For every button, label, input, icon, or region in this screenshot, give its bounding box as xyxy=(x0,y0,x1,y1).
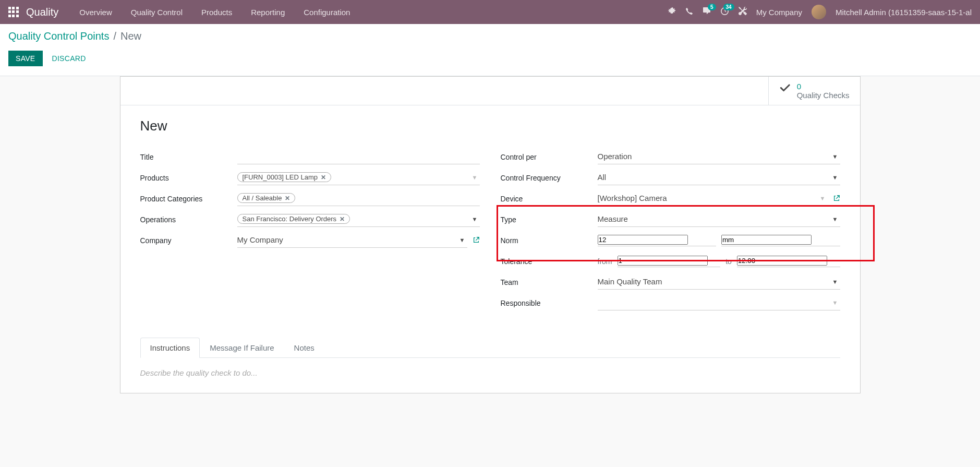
device-field[interactable]: [Workshop] Camera ▼ xyxy=(598,191,828,206)
bug-icon[interactable] xyxy=(668,7,676,17)
main-menu: Overview Quality Control Products Report… xyxy=(79,8,667,17)
label-responsible: Responsible xyxy=(501,299,598,307)
norm-value-field[interactable] xyxy=(598,235,717,246)
label-company: Company xyxy=(140,236,237,245)
label-control-per: Control per xyxy=(501,153,598,161)
tools-icon[interactable] xyxy=(739,7,747,17)
control-panel: Quality Control Points / New SAVE DISCAR… xyxy=(0,24,980,76)
label-control-frequency: Control Frequency xyxy=(501,174,598,182)
tolerance-from-field[interactable] xyxy=(618,256,721,267)
norm-value-input[interactable] xyxy=(598,235,688,245)
tolerance-to-label: to xyxy=(725,257,732,266)
activities-badge: 34 xyxy=(723,4,734,10)
product-categories-field[interactable]: All / Saleable ✕ xyxy=(237,191,480,206)
messages-icon[interactable]: 5 xyxy=(703,7,711,17)
tolerance-to-field[interactable] xyxy=(737,256,840,267)
label-type: Type xyxy=(501,215,598,224)
tab-notes[interactable]: Notes xyxy=(284,338,324,358)
tabs: Instructions Message If Failure Notes xyxy=(140,338,840,358)
operation-tag: San Francisco: Delivery Orders ✕ xyxy=(237,214,350,224)
user-menu[interactable]: Mitchell Admin (16151359-saas-15-1-al xyxy=(836,8,972,17)
company-external-link-icon[interactable] xyxy=(473,236,480,245)
instructions-placeholder: Describe the quality check to do... xyxy=(140,368,258,377)
remove-product-tag[interactable]: ✕ xyxy=(321,174,326,181)
operations-field[interactable]: San Francisco: Delivery Orders ✕ ▼ xyxy=(237,212,480,227)
control-frequency-dropdown-caret[interactable]: ▼ xyxy=(832,174,838,181)
stat-value: 0 xyxy=(797,82,850,91)
label-tolerance: Tolerance xyxy=(501,257,598,266)
messages-badge: 5 xyxy=(708,4,716,10)
norm-unit-input[interactable] xyxy=(721,235,812,245)
products-field[interactable]: [FURN_0003] LED Lamp ✕ ▼ xyxy=(237,171,480,185)
label-device: Device xyxy=(501,195,598,203)
operations-dropdown-caret[interactable]: ▼ xyxy=(472,216,478,222)
control-frequency-field[interactable]: All ▼ xyxy=(598,171,840,185)
tab-content-instructions[interactable]: Describe the quality check to do... xyxy=(140,358,840,388)
breadcrumb-separator: / xyxy=(113,30,116,42)
type-dropdown-caret[interactable]: ▼ xyxy=(832,216,838,222)
breadcrumb: Quality Control Points / New xyxy=(8,30,972,42)
stat-button-box: 0 Quality Checks xyxy=(120,77,860,105)
responsible-field[interactable]: ▼ xyxy=(598,296,840,310)
menu-overview[interactable]: Overview xyxy=(79,8,112,17)
tab-instructions[interactable]: Instructions xyxy=(140,338,200,358)
tolerance-from-label: from xyxy=(598,257,612,266)
remove-category-tag[interactable]: ✕ xyxy=(285,195,290,202)
control-per-dropdown-caret[interactable]: ▼ xyxy=(832,153,838,160)
device-dropdown-caret[interactable]: ▼ xyxy=(820,195,826,201)
team-field[interactable]: Main Quality Team ▼ xyxy=(598,275,840,290)
category-tag: All / Saleable ✕ xyxy=(237,193,296,203)
menu-configuration[interactable]: Configuration xyxy=(304,8,350,17)
tab-message-if-failure[interactable]: Message If Failure xyxy=(200,338,284,358)
discard-button[interactable]: DISCARD xyxy=(45,51,93,66)
user-avatar[interactable] xyxy=(812,5,826,19)
norm-unit-field[interactable] xyxy=(721,235,840,246)
label-product-categories: Product Categories xyxy=(140,195,237,203)
products-dropdown-caret[interactable]: ▼ xyxy=(472,174,478,181)
label-team: Team xyxy=(501,278,598,286)
product-tag: [FURN_0003] LED Lamp ✕ xyxy=(237,172,332,182)
label-products: Products xyxy=(140,174,237,182)
menu-reporting[interactable]: Reporting xyxy=(251,8,285,17)
apps-icon[interactable] xyxy=(8,7,19,17)
type-field[interactable]: Measure ▼ xyxy=(598,212,840,227)
top-navbar: Quality Overview Quality Control Product… xyxy=(0,0,980,24)
phone-icon[interactable] xyxy=(685,7,693,17)
remove-operation-tag[interactable]: ✕ xyxy=(340,215,345,223)
form-title: New xyxy=(140,118,840,134)
company-dropdown-caret[interactable]: ▼ xyxy=(459,237,465,243)
team-dropdown-caret[interactable]: ▼ xyxy=(832,279,838,285)
activities-icon[interactable]: 34 xyxy=(720,7,729,18)
menu-quality-control[interactable]: Quality Control xyxy=(131,8,183,17)
app-brand[interactable]: Quality xyxy=(26,6,58,18)
stat-label: Quality Checks xyxy=(797,91,850,100)
breadcrumb-current: New xyxy=(120,30,141,42)
label-norm: Norm xyxy=(501,236,598,245)
company-selector[interactable]: My Company xyxy=(756,8,802,17)
control-per-field[interactable]: Operation ▼ xyxy=(598,150,840,164)
quality-checks-stat-button[interactable]: 0 Quality Checks xyxy=(768,77,860,105)
breadcrumb-parent[interactable]: Quality Control Points xyxy=(8,30,109,42)
save-button[interactable]: SAVE xyxy=(8,51,43,66)
check-icon xyxy=(779,83,792,99)
company-field[interactable]: My Company ▼ xyxy=(237,233,467,248)
form-sheet: 0 Quality Checks New Title Products xyxy=(120,76,861,393)
tolerance-to-input[interactable] xyxy=(737,256,827,266)
device-external-link-icon[interactable] xyxy=(833,195,840,203)
label-title: Title xyxy=(140,153,237,161)
menu-products[interactable]: Products xyxy=(201,8,232,17)
label-operations: Operations xyxy=(140,215,237,224)
responsible-dropdown-caret[interactable]: ▼ xyxy=(832,300,838,306)
title-field[interactable] xyxy=(237,150,480,164)
tolerance-from-input[interactable] xyxy=(618,256,708,266)
